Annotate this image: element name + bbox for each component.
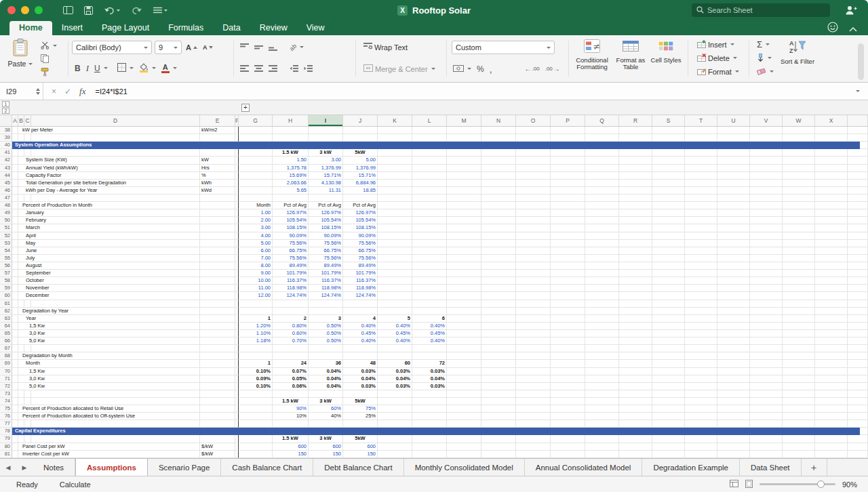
cell-N67[interactable] [481,345,516,352]
cell-Q44[interactable] [585,172,619,180]
cell-R68[interactable] [619,352,652,360]
cell-S44[interactable] [652,172,685,180]
cell-X60[interactable] [815,292,848,300]
cell-D77[interactable] [31,420,200,428]
undo-button[interactable] [104,6,121,14]
cell-U53[interactable] [717,240,750,247]
cell-P66[interactable] [551,337,585,345]
cell-P68[interactable] [551,352,585,360]
cell-P39[interactable] [551,134,585,142]
cell-Q60[interactable] [585,292,619,300]
cell-L73[interactable] [412,390,447,398]
cell-M53[interactable] [447,240,481,247]
cell-A38[interactable] [12,127,18,134]
cell-M51[interactable] [447,224,481,232]
cell-K51[interactable] [378,224,412,232]
cell-W53[interactable] [783,240,815,247]
cell-Y68[interactable] [848,352,868,360]
cell-V59[interactable] [750,285,783,292]
cell-B41[interactable] [18,149,24,157]
cell-Y54[interactable] [848,247,868,255]
cell-E39[interactable] [200,134,235,142]
cell-E70[interactable] [200,368,235,375]
cell-M67[interactable] [447,345,481,352]
cell-N73[interactable] [481,390,516,398]
cell-Y70[interactable] [848,368,868,375]
cell-P63[interactable] [551,315,585,323]
cell-Y60[interactable] [848,292,868,300]
cell-A61[interactable] [12,300,18,308]
cell-Q70[interactable] [585,368,619,375]
cell-O49[interactable] [516,209,551,217]
cell-G39[interactable] [239,134,273,142]
cell-H48[interactable]: Pct of Avg [273,202,309,209]
cell-T57[interactable] [685,270,717,277]
cell-O56[interactable] [516,262,551,270]
cell-K71[interactable]: 0.04% [378,375,412,383]
cell-R72[interactable] [619,383,652,390]
cell-N79[interactable] [481,435,516,443]
cell-Q73[interactable] [585,390,619,398]
cell-G72[interactable]: 0.10% [239,383,273,390]
cell-K66[interactable]: 0.40% [378,337,412,345]
cell-B72[interactable]: 5,0 Kw [18,383,200,390]
decrease-font-size-button[interactable]: A [201,42,215,54]
cell-D47[interactable] [31,194,200,202]
cell-N66[interactable] [481,337,516,345]
cell-A77[interactable] [12,420,18,428]
cell-V67[interactable] [750,345,783,352]
cell-Q53[interactable] [585,240,619,247]
cell-J71[interactable]: 0.04% [343,375,378,383]
cell-Q65[interactable] [585,330,619,337]
cell-E81[interactable]: $/kW [200,451,235,458]
cell-R48[interactable] [619,202,652,209]
cell-R71[interactable] [619,375,652,383]
cell-V39[interactable] [750,134,783,142]
cell-A72[interactable] [12,383,18,390]
cell-R42[interactable] [619,157,652,164]
cell-U41[interactable] [717,149,750,157]
cell-L53[interactable] [412,240,447,247]
cell-K77[interactable] [378,420,412,428]
cell-A74[interactable] [12,398,18,405]
cell-B58[interactable]: October [18,277,200,285]
cell-M59[interactable] [447,285,481,292]
cell-W45[interactable] [783,180,815,187]
cell-N56[interactable] [481,262,516,270]
cell-T49[interactable] [685,209,717,217]
cell-N69[interactable] [481,360,516,367]
cell-V64[interactable] [750,323,783,330]
cell-H63[interactable]: 2 [273,315,309,323]
cell-V77[interactable] [750,420,783,428]
cell-G77[interactable] [239,420,273,428]
cell-L68[interactable] [412,352,447,360]
cell-K65[interactable]: 0.45% [378,330,412,337]
cell-U62[interactable] [717,308,750,315]
cell-M52[interactable] [447,232,481,240]
cell-T45[interactable] [685,180,717,187]
cell-V66[interactable] [750,337,783,345]
cell-U50[interactable] [717,217,750,224]
cell-S77[interactable] [652,420,685,428]
cell-S61[interactable] [652,300,685,308]
cell-W55[interactable] [783,255,815,262]
cell-X75[interactable] [815,405,848,413]
cell-W72[interactable] [783,383,815,390]
sheet-tab-assumptions[interactable]: Assumptions [75,459,148,476]
cell-X67[interactable] [815,345,848,352]
cell-U68[interactable] [717,352,750,360]
cell-E67[interactable] [200,345,235,352]
cell-R64[interactable] [619,323,652,330]
row-header-42[interactable]: 42 [0,157,12,164]
expand-group-button[interactable]: + [241,104,250,112]
decrease-indent-button[interactable] [288,63,300,75]
cell-H70[interactable]: 0.07% [273,368,309,375]
cell-X80[interactable] [815,443,848,451]
column-header-T[interactable]: T [685,115,717,126]
cell-R45[interactable] [619,180,652,187]
cell-G80[interactable] [239,443,273,451]
cell-V81[interactable] [750,451,783,458]
cell-S45[interactable] [652,180,685,187]
cell-R63[interactable] [619,315,652,323]
cell-J77[interactable] [343,420,378,428]
